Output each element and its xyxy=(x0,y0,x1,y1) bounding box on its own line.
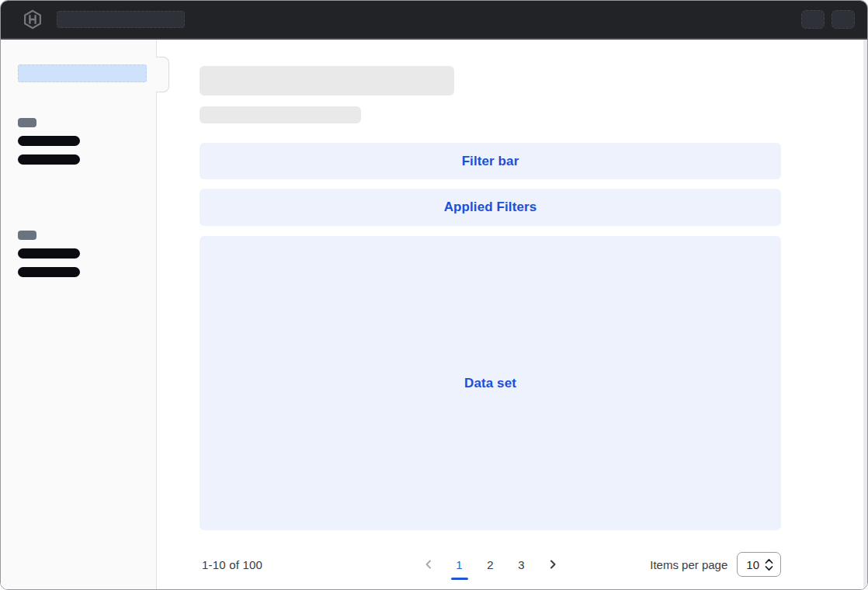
sidebar xyxy=(1,40,157,589)
sidebar-active-item-placeholder[interactable] xyxy=(18,64,147,82)
pagination-next-button[interactable] xyxy=(543,554,562,575)
hashicorp-logo-icon xyxy=(23,9,43,30)
top-navbar xyxy=(1,1,867,40)
sidebar-section-label-placeholder-2 xyxy=(18,231,36,240)
navbar-action-placeholder-2[interactable] xyxy=(832,10,855,29)
pagination-page-1-button[interactable]: 1 xyxy=(450,554,469,575)
sidebar-collapse-handle[interactable] xyxy=(156,57,169,92)
items-per-page-control: Items per page 10 xyxy=(650,552,781,577)
pagination-pager: 1 2 3 xyxy=(419,554,562,575)
pagination-bar: 1-10 of 100 1 2 3 xyxy=(200,550,781,578)
navbar-action-placeholder-1[interactable] xyxy=(801,10,825,29)
sidebar-nav-item-placeholder-2[interactable] xyxy=(18,154,80,165)
scrollbar-track[interactable] xyxy=(863,40,867,589)
pagination-prev-button[interactable] xyxy=(419,554,438,575)
items-per-page-label: Items per page xyxy=(650,558,727,571)
app-window: Filter bar Applied Filters Data set 1-10… xyxy=(0,0,868,590)
sidebar-nav-item-placeholder-1[interactable] xyxy=(18,136,80,146)
filter-bar-label: Filter bar xyxy=(462,154,519,169)
items-per-page-value: 10 xyxy=(746,558,759,571)
pagination-range-text: 1-10 of 100 xyxy=(200,558,262,571)
sidebar-section-label-placeholder-1 xyxy=(18,118,36,127)
applied-filters-label: Applied Filters xyxy=(444,200,537,215)
page-subtitle-placeholder xyxy=(200,106,361,123)
sidebar-nav-item-placeholder-3[interactable] xyxy=(18,248,80,259)
navbar-actions xyxy=(801,10,855,29)
page-title-placeholder xyxy=(200,66,454,95)
main-content: Filter bar Applied Filters Data set 1-10… xyxy=(157,40,867,589)
app-body: Filter bar Applied Filters Data set 1-10… xyxy=(1,40,867,589)
sidebar-nav-item-placeholder-4[interactable] xyxy=(18,267,80,277)
data-set-label: Data set xyxy=(464,376,516,391)
pagination-page-3-button[interactable]: 3 xyxy=(512,554,531,575)
items-per-page-select[interactable]: 10 xyxy=(737,552,781,577)
navbar-search-placeholder[interactable] xyxy=(57,11,185,28)
data-set-region: Data set xyxy=(200,236,781,530)
filter-bar-region: Filter bar xyxy=(200,143,781,179)
pagination-page-2-button[interactable]: 2 xyxy=(481,554,500,575)
caret-up-down-icon xyxy=(765,558,773,571)
applied-filters-region: Applied Filters xyxy=(200,189,781,226)
